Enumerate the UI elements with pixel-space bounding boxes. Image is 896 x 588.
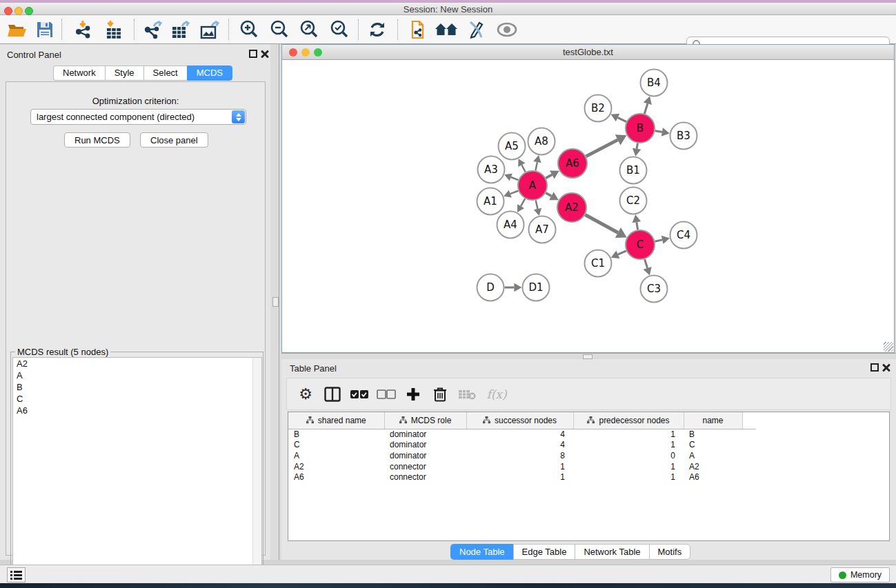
dropdown-stepper-icon[interactable] — [232, 110, 245, 123]
tab-mcds[interactable]: MCDS — [187, 65, 232, 81]
tab-node-table[interactable]: Node Table — [450, 544, 513, 560]
graph-edge[interactable] — [586, 140, 618, 156]
delete-column-button[interactable] — [427, 381, 453, 407]
table-row[interactable]: A2connector11A2 — [288, 461, 756, 472]
save-session-button[interactable] — [32, 17, 58, 42]
mcds-result-item[interactable]: A2 — [13, 358, 261, 369]
open-session-icon — [7, 21, 28, 39]
zoom-out-button[interactable] — [266, 17, 292, 42]
table-cell: 1 — [573, 472, 684, 483]
graph-edge[interactable] — [536, 200, 538, 208]
copy-network-button[interactable] — [404, 17, 430, 42]
graph-edge[interactable] — [655, 131, 662, 132]
graph-edge[interactable] — [535, 162, 537, 170]
import-network-button[interactable] — [70, 17, 96, 42]
close-panel-icon[interactable] — [882, 363, 890, 372]
task-history-button[interactable] — [7, 567, 26, 582]
refresh-button[interactable] — [364, 17, 390, 42]
graph-edge[interactable] — [546, 174, 552, 178]
graph-edge[interactable] — [655, 240, 662, 241]
table-row[interactable]: A6connector11A6 — [288, 472, 756, 483]
export-network-icon — [143, 20, 163, 39]
mcds-result-item[interactable]: C — [13, 393, 261, 405]
graph-edge[interactable] — [645, 259, 648, 268]
column-header-MCDS-role[interactable]: MCDS role — [384, 412, 466, 429]
graph-edge[interactable] — [546, 193, 551, 196]
column-header-name[interactable]: name — [684, 412, 742, 429]
zoom-selected-button[interactable] — [326, 17, 352, 42]
table-panel-title: Table Panel — [290, 363, 337, 374]
open-session-button[interactable] — [4, 17, 30, 42]
graph-edge[interactable] — [521, 199, 525, 206]
table-cell: C — [288, 440, 384, 451]
mcds-result-item[interactable]: A — [13, 369, 261, 381]
show-graphics-button[interactable] — [494, 17, 520, 42]
node-label: D1 — [528, 281, 543, 294]
table-cell: connector — [384, 472, 466, 483]
mcds-result-item[interactable]: B — [13, 381, 261, 393]
export-image-button[interactable] — [197, 17, 223, 42]
node-label: A1 — [484, 195, 497, 207]
horizontal-splitter[interactable] — [281, 353, 896, 359]
tab-edge-table[interactable]: Edge Table — [513, 544, 575, 560]
close-panel-button[interactable]: Close panel — [140, 132, 208, 148]
table-row[interactable]: Adominator80A — [288, 450, 756, 461]
task-list-icon — [10, 570, 22, 580]
home-button[interactable] — [433, 17, 459, 42]
node-label: A6 — [566, 157, 579, 170]
graph-edge[interactable] — [618, 251, 626, 254]
zoom-in-button[interactable] — [236, 17, 262, 42]
result-scrollbar[interactable] — [252, 358, 261, 586]
zoom-fit-button[interactable] — [296, 17, 322, 42]
column-header-successor-nodes[interactable]: successor nodes — [466, 412, 573, 429]
table-row[interactable]: Cdominator41C — [288, 440, 756, 451]
memory-button[interactable]: Memory — [830, 567, 890, 582]
mcds-result-item[interactable]: A6 — [13, 405, 261, 416]
table-cell: A2 — [288, 461, 384, 472]
graph-edge[interactable] — [585, 215, 618, 233]
export-network-button[interactable] — [140, 17, 166, 42]
tab-network-table[interactable]: Network Table — [575, 544, 648, 560]
table-row[interactable]: Bdominator41B — [288, 429, 756, 440]
graph-edge[interactable] — [618, 118, 627, 122]
network-canvas[interactable]: B4B2BB3A5A8A6A3AB1A1A2C2A4A7C4CC1C3DD1 — [282, 60, 894, 352]
column-header-predecessor-nodes[interactable]: predecessor nodes — [573, 412, 684, 429]
tab-network[interactable]: Network — [53, 65, 105, 81]
table-options-button[interactable]: ⚙ — [292, 381, 319, 407]
float-panel-icon[interactable] — [249, 50, 257, 58]
table-cell: 8 — [466, 450, 573, 461]
import-table-button[interactable] — [101, 17, 127, 42]
export-table-button[interactable] — [168, 17, 194, 42]
graph-edge[interactable] — [637, 222, 638, 230]
mcds-panel: Optimization criterion: largest connecte… — [6, 81, 266, 556]
criterion-dropdown[interactable]: largest connected component (directed) — [30, 109, 246, 125]
run-mcds-button[interactable]: Run MCDS — [64, 132, 130, 148]
node-label: C2 — [626, 194, 640, 207]
deselect-all-button[interactable] — [373, 381, 399, 407]
graph-edge[interactable] — [511, 177, 519, 180]
tab-motifs[interactable]: Motifs — [649, 544, 691, 560]
tab-style[interactable]: Style — [105, 65, 143, 81]
tab-select[interactable]: Select — [143, 65, 187, 81]
select-all-button[interactable] — [346, 381, 372, 407]
hide-annotations-button[interactable] — [463, 17, 489, 42]
table-cell: 1 — [573, 461, 684, 472]
float-panel-icon[interactable] — [870, 363, 879, 372]
show-graphics-icon — [496, 21, 518, 38]
add-column-button[interactable] — [400, 381, 426, 407]
apply-function-button[interactable]: f(x) — [481, 381, 512, 407]
resize-grip-icon[interactable] — [884, 342, 893, 352]
vertical-splitter[interactable] — [270, 44, 281, 560]
splitter-handle[interactable] — [583, 354, 593, 359]
graph-edge[interactable] — [637, 143, 637, 149]
splitter-handle[interactable] — [272, 297, 279, 307]
mcds-result-list[interactable]: A2ABCA6 — [12, 357, 262, 587]
graph-edge[interactable] — [510, 191, 519, 194]
node-label: B3 — [677, 130, 690, 142]
edge-arrowhead — [514, 283, 521, 292]
column-header-shared-name[interactable]: shared name — [288, 412, 384, 429]
graph-edge[interactable] — [644, 103, 647, 114]
graph-edge[interactable] — [521, 165, 525, 172]
column-manager-button[interactable] — [319, 381, 346, 407]
delete-table-button[interactable] — [454, 381, 480, 407]
